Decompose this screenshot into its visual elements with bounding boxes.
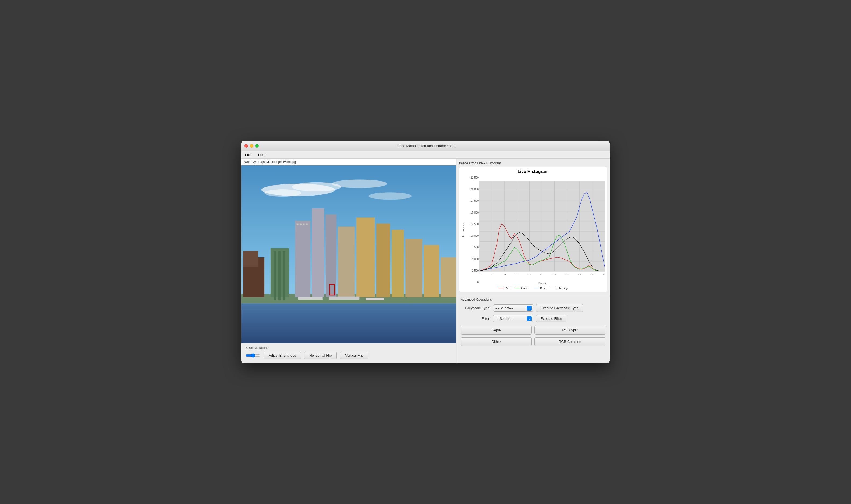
histogram-title: Live Histogram xyxy=(461,169,604,174)
window-title: Image Manipulation and Enhancement xyxy=(396,144,456,148)
legend-red: Red xyxy=(499,286,510,290)
dither-button[interactable]: Dither xyxy=(461,337,532,346)
legend-red-line xyxy=(499,288,504,288)
brightness-slider[interactable] xyxy=(246,354,260,358)
legend-red-label: Red xyxy=(505,286,510,290)
svg-rect-24 xyxy=(405,239,422,298)
y-tick: 22,500 xyxy=(467,176,479,179)
rgb-split-button[interactable]: RGB Split xyxy=(535,326,605,335)
legend-blue: Blue xyxy=(533,286,546,290)
svg-text:200: 200 xyxy=(577,273,582,276)
svg-text:0: 0 xyxy=(479,273,480,276)
legend-intensity-line xyxy=(550,288,556,288)
filter-row: Filter: ==Select== Execute Filter xyxy=(461,315,605,322)
image-container xyxy=(241,165,456,343)
svg-rect-9 xyxy=(241,312,456,313)
svg-rect-33 xyxy=(329,296,359,300)
menubar: File Help xyxy=(241,151,610,159)
svg-rect-20 xyxy=(338,227,355,297)
svg-point-5 xyxy=(369,192,412,200)
svg-rect-19 xyxy=(326,214,337,297)
execute-filter-button[interactable]: Execute Filter xyxy=(536,315,566,322)
close-icon[interactable] xyxy=(245,144,248,148)
left-panel: /Users/yugrajani/Desktop/skyline.jpg xyxy=(241,159,456,363)
rgb-combine-button[interactable]: RGB Combine xyxy=(535,337,605,346)
filter-select-wrapper: ==Select== xyxy=(493,315,533,322)
filter-select[interactable]: ==Select== xyxy=(493,315,533,322)
legend-green: Green xyxy=(514,286,529,290)
histogram-chart-wrapper: Live Histogram Frequency 22,500 20,000 1… xyxy=(459,167,607,292)
svg-rect-6 xyxy=(241,300,456,343)
basic-ops-controls: Adjust Brightness Horizontal Flip Vertic… xyxy=(246,352,452,359)
y-tick: 5,000 xyxy=(467,258,479,260)
svg-rect-14 xyxy=(274,251,276,300)
svg-text:250: 250 xyxy=(602,273,604,276)
y-tick: 15,000 xyxy=(467,211,479,214)
execute-greyscale-button[interactable]: Execute Greyscale Type xyxy=(536,304,583,312)
greyscale-label: Greyscale Type: xyxy=(461,306,490,310)
legend-intensity-label: Intensity xyxy=(557,286,568,290)
svg-point-3 xyxy=(265,189,301,197)
svg-rect-21 xyxy=(356,218,375,297)
filepath-text: /Users/yugrajani/Desktop/skyline.jpg xyxy=(244,160,296,164)
svg-rect-27 xyxy=(297,224,298,225)
advanced-ops-panel: Advanced Operations Greyscale Type: ==Se… xyxy=(456,295,610,349)
image-display xyxy=(241,165,456,343)
svg-text:75: 75 xyxy=(515,273,518,276)
y-tick: 0 xyxy=(467,281,479,284)
legend-green-line xyxy=(514,288,520,288)
svg-text:50: 50 xyxy=(503,273,506,276)
greyscale-select-wrapper: ==Select== xyxy=(493,304,533,312)
svg-rect-30 xyxy=(306,224,308,225)
y-axis-label: Frequency xyxy=(461,175,466,285)
right-panel: Image Exposure – Histogram Live Histogra… xyxy=(456,159,610,363)
svg-rect-29 xyxy=(303,224,305,225)
minimize-icon[interactable] xyxy=(250,144,253,148)
dither-rgbcombine-row: Dither RGB Combine xyxy=(461,337,605,346)
svg-text:25: 25 xyxy=(490,273,493,276)
svg-rect-25 xyxy=(424,245,439,297)
vertical-flip-button[interactable]: Vertical Flip xyxy=(340,352,368,359)
histogram-section: Image Exposure – Histogram Live Histogra… xyxy=(456,159,610,295)
svg-rect-16 xyxy=(283,251,285,300)
y-tick: 2,500 xyxy=(467,269,479,272)
legend-blue-label: Blue xyxy=(540,286,546,290)
filter-label: Filter: xyxy=(461,317,490,321)
svg-rect-22 xyxy=(376,224,390,298)
svg-rect-17 xyxy=(295,220,310,297)
greyscale-select[interactable]: ==Select== xyxy=(493,304,533,312)
basic-ops-panel: Basic Operations Adjust Brightness Horiz… xyxy=(241,343,456,363)
sepia-rgbsplit-row: Sepia RGB Split xyxy=(461,326,605,335)
svg-rect-28 xyxy=(300,224,302,225)
horizontal-flip-button[interactable]: Horizontal Flip xyxy=(304,352,337,359)
svg-text:100: 100 xyxy=(527,273,532,276)
titlebar: Image Manipulation and Enhancement xyxy=(241,141,610,151)
greyscale-row: Greyscale Type: ==Select== Execute Greys… xyxy=(461,304,605,312)
svg-text:125: 125 xyxy=(540,273,544,276)
legend-green-label: Green xyxy=(521,286,529,290)
svg-text:175: 175 xyxy=(565,273,569,276)
svg-rect-7 xyxy=(241,303,456,304)
y-tick: 10,000 xyxy=(467,234,479,237)
filepath-bar: /Users/yugrajani/Desktop/skyline.jpg xyxy=(241,159,456,165)
y-tick: 12,500 xyxy=(467,223,479,226)
svg-rect-32 xyxy=(298,297,323,300)
help-menu[interactable]: Help xyxy=(257,152,267,157)
maximize-icon[interactable] xyxy=(255,144,259,148)
x-axis-label: Pixels xyxy=(479,282,604,285)
histogram-legend: Red Green Blue Intensity xyxy=(461,286,604,290)
y-ticks: 22,500 20,000 17,500 15,000 12,500 10,00… xyxy=(466,175,479,285)
advanced-ops-label: Advanced Operations xyxy=(461,298,605,302)
sepia-button[interactable]: Sepia xyxy=(461,326,532,335)
image-svg xyxy=(241,165,456,343)
adjust-brightness-button[interactable]: Adjust Brightness xyxy=(264,352,301,359)
histogram-plot-area: 0 25 50 75 100 125 150 175 200 225 xyxy=(479,175,604,285)
histogram-svg: 0 25 50 75 100 125 150 175 200 225 xyxy=(479,175,604,280)
y-tick: 20,000 xyxy=(467,188,479,191)
file-menu[interactable]: File xyxy=(243,152,252,157)
y-tick: 17,500 xyxy=(467,199,479,202)
main-content: /Users/yugrajani/Desktop/skyline.jpg xyxy=(241,159,610,363)
svg-text:225: 225 xyxy=(590,273,594,276)
svg-rect-26 xyxy=(440,257,456,297)
histogram-section-label: Image Exposure – Histogram xyxy=(459,161,607,165)
